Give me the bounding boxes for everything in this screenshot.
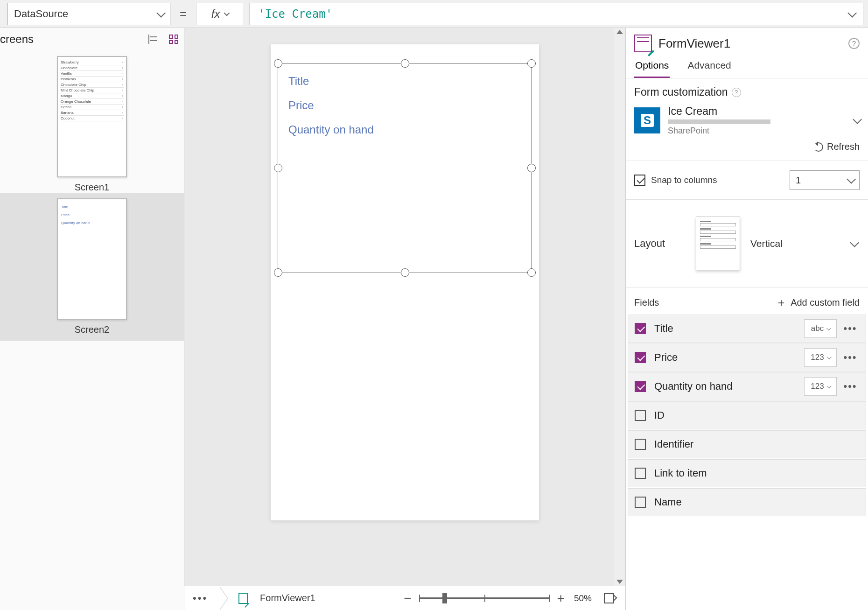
fields-header: Fields ＋ Add custom field	[626, 287, 868, 315]
chevron-down-icon	[156, 8, 166, 17]
form-icon	[238, 593, 248, 604]
field-more-button[interactable]: •••	[840, 380, 861, 393]
zoom-slider-handle[interactable]	[442, 593, 447, 603]
tab-advanced[interactable]: Advanced	[686, 55, 732, 78]
chevron-down-icon	[224, 10, 230, 16]
screen-thumb-screen2[interactable]: Title Price Quantity on hand Screen2	[0, 193, 184, 341]
fx-button[interactable]: fx	[196, 3, 243, 25]
screen-thumb-screen1[interactable]: Strawberry› Chocolate› Vanilla› Pistachi…	[0, 50, 184, 193]
datasource-type: SharePoint	[668, 126, 846, 136]
chevron-down-icon	[847, 8, 857, 17]
field-checkbox[interactable]	[635, 468, 646, 479]
property-dropdown[interactable]: DataSource	[7, 3, 170, 25]
field-type-select[interactable]: 123	[804, 348, 837, 367]
vertical-scrollbar[interactable]	[614, 28, 625, 586]
resize-handle[interactable]	[401, 59, 409, 68]
sharepoint-icon: S	[634, 107, 660, 133]
status-bar: ••• FormViewer1 − + 50%	[184, 586, 625, 610]
resize-handle[interactable]	[527, 59, 536, 68]
form-field-price: Price	[278, 88, 532, 112]
snap-to-columns-row: Snap to columns 1	[626, 161, 868, 200]
screen2-label: Screen2	[23, 324, 161, 335]
tab-options[interactable]: Options	[634, 55, 670, 78]
field-name: Price	[654, 351, 804, 364]
zoom-slider[interactable]	[419, 597, 550, 599]
properties-header: FormViewer1 ?	[626, 28, 868, 55]
properties-tabs: Options Advanced	[626, 55, 868, 78]
field-row-name[interactable]: Name	[628, 488, 866, 516]
chevron-down-icon	[853, 115, 862, 124]
zoom-controls: − + 50%	[404, 592, 614, 605]
resize-handle[interactable]	[401, 268, 409, 277]
zoom-value: 50%	[574, 593, 592, 603]
field-checkbox[interactable]	[635, 352, 646, 363]
layout-value: Vertical	[750, 238, 783, 249]
field-checkbox[interactable]	[635, 410, 646, 421]
snap-label: Snap to columns	[651, 175, 717, 185]
formula-input[interactable]: 'Ice Cream'	[249, 3, 863, 25]
resize-handle[interactable]	[274, 59, 282, 68]
zoom-out-button[interactable]: −	[404, 592, 411, 605]
snap-columns-select[interactable]: 1	[790, 170, 860, 190]
datasource-selector[interactable]: S Ice Cream SharePoint	[634, 105, 860, 136]
tree-view-icon[interactable]	[148, 35, 158, 44]
field-row-quantity[interactable]: Quantity on hand 123 •••	[628, 372, 866, 400]
field-name: Name	[654, 496, 861, 508]
resize-handle[interactable]	[527, 164, 536, 172]
layout-select[interactable]: Vertical	[750, 238, 860, 249]
field-checkbox[interactable]	[635, 439, 646, 450]
selected-control-name[interactable]: FormViewer1	[260, 593, 315, 603]
equals-sign: =	[180, 7, 187, 21]
field-row-price[interactable]: Price 123 •••	[628, 344, 866, 372]
help-icon[interactable]: ?	[732, 88, 741, 97]
canvas-viewport[interactable]: Title Price Quantity on hand	[184, 28, 625, 586]
device-frame[interactable]: Title Price Quantity on hand	[271, 44, 539, 520]
screens-panel: creens Strawberry› Chocolate› Vanilla› P…	[0, 28, 184, 610]
field-type-select[interactable]: 123	[804, 377, 837, 396]
layout-row: Layout Vertical	[626, 200, 868, 287]
main: creens Strawberry› Chocolate› Vanilla› P…	[0, 28, 868, 610]
refresh-button[interactable]: Refresh	[634, 141, 860, 152]
form-customization-label: Form customization	[634, 86, 728, 98]
datasource-name: Ice Cream	[668, 105, 846, 118]
layout-thumbnail	[696, 217, 740, 270]
field-row-link[interactable]: Link to item	[628, 459, 866, 487]
canvas-area: Title Price Quantity on hand	[184, 28, 625, 610]
add-custom-field-button[interactable]: ＋ Add custom field	[776, 295, 860, 310]
field-type-select[interactable]: abc	[804, 319, 837, 338]
properties-title: FormViewer1	[658, 36, 730, 51]
breadcrumb-separator-icon	[219, 586, 227, 610]
scroll-down-icon[interactable]	[616, 580, 623, 584]
more-icon[interactable]: •••	[193, 592, 208, 604]
field-name: Quantity on hand	[654, 380, 804, 393]
field-checkbox[interactable]	[635, 381, 646, 392]
scroll-up-icon[interactable]	[616, 30, 623, 34]
help-icon[interactable]: ?	[848, 38, 860, 49]
resize-handle[interactable]	[274, 164, 282, 172]
field-more-button[interactable]: •••	[840, 351, 861, 364]
field-checkbox[interactable]	[635, 323, 646, 334]
properties-panel: FormViewer1 ? Options Advanced Form cust…	[625, 28, 868, 610]
field-name: ID	[654, 409, 861, 421]
field-checkbox[interactable]	[635, 497, 646, 508]
field-row-identifier[interactable]: Identifier	[628, 430, 866, 458]
chevron-down-icon	[850, 238, 859, 247]
thumbnails-view-icon[interactable]	[169, 35, 178, 44]
layout-label: Layout	[634, 238, 686, 250]
field-row-id[interactable]: ID	[628, 401, 866, 429]
fullscreen-icon[interactable]	[604, 593, 614, 603]
field-name: Title	[654, 323, 804, 335]
form-field-quantity: Quantity on hand	[278, 112, 532, 136]
formula-expression: 'Ice Cream'	[258, 7, 332, 21]
field-row-title[interactable]: Title abc •••	[628, 315, 866, 343]
zoom-in-button[interactable]: +	[557, 592, 565, 605]
snap-checkbox[interactable]	[634, 175, 645, 186]
resize-handle[interactable]	[274, 268, 282, 277]
field-more-button[interactable]: •••	[840, 323, 861, 335]
add-custom-label: Add custom field	[791, 297, 860, 308]
selected-form[interactable]: Title Price Quantity on hand	[278, 63, 532, 273]
field-name: Identifier	[654, 438, 861, 450]
chevron-down-icon	[826, 326, 831, 330]
resize-handle[interactable]	[527, 268, 536, 277]
formula-bar: DataSource = fx 'Ice Cream'	[0, 0, 868, 28]
